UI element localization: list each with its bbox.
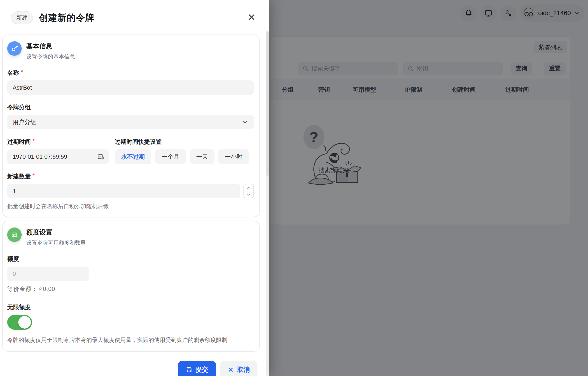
count-hint: 批量创建时会在名称后自动添加随机后缀	[7, 202, 254, 210]
translate-icon: 文 A	[504, 9, 513, 18]
unlimited-quota-toggle[interactable]	[7, 315, 32, 330]
expire-col: 过期时间 * 1970-01-01 07:59:59	[7, 129, 109, 164]
cancel-x-icon	[228, 366, 234, 373]
group-select-value: 用户分组	[13, 118, 36, 126]
th-key: 密钥	[318, 85, 330, 94]
chevron-down-icon	[574, 10, 580, 16]
drawer-title: 创建新的令牌	[39, 11, 94, 24]
basic-info-title: 基本信息	[26, 41, 75, 51]
quick-expire-buttons: 永不过期 一个月 一天 一小时	[115, 149, 254, 164]
basic-info-card: 基本信息 设置令牌的基本信息 名称 * 令牌分组 用户分组	[2, 34, 260, 217]
group-select[interactable]: 用户分组	[7, 115, 254, 129]
count-input[interactable]	[7, 184, 240, 198]
user-menu[interactable]: oidc_21460	[520, 4, 584, 22]
required-marker: *	[32, 138, 34, 144]
username: oidc_21460	[538, 10, 571, 17]
tokens-page: 文 A	[269, 0, 588, 376]
expire-datetime-value: 1970-01-01 07:59:59	[13, 153, 67, 160]
table-toolbar: 紧凑列表	[270, 37, 570, 58]
basic-info-head: 基本信息 设置令牌的基本信息	[7, 41, 254, 60]
required-marker: *	[32, 172, 34, 178]
key-search-field[interactable]	[403, 62, 503, 75]
pinned-column-divider	[547, 79, 547, 225]
empty-state-illustration: ?	[302, 124, 365, 192]
search-icon	[407, 65, 414, 72]
close-icon	[247, 13, 256, 22]
display-mode-button[interactable]	[480, 5, 497, 21]
save-icon	[186, 366, 192, 373]
quota-title: 额度设置	[26, 228, 86, 237]
equiv-value: ✧0.00	[38, 285, 55, 292]
bell-icon	[464, 9, 473, 17]
required-marker: *	[21, 69, 23, 75]
quota-label: 额度	[7, 255, 254, 263]
tokens-table-card: 紧凑列表	[270, 36, 570, 225]
quick-never-expire-button[interactable]: 永不过期	[115, 149, 151, 164]
quick-one-hour-button[interactable]: 一小时	[218, 149, 249, 164]
stepper-up-button[interactable]	[244, 184, 253, 191]
close-button[interactable]	[246, 12, 257, 22]
stepper-down-button[interactable]	[244, 191, 253, 198]
th-expire-time: 过期时间	[505, 85, 529, 94]
submit-button[interactable]: 提交	[178, 361, 216, 376]
quick-one-month-button[interactable]: 一个月	[155, 149, 186, 164]
empty-state-text: 搜索无结果	[302, 166, 365, 175]
quota-card: 额度设置 设置令牌可用额度和数量 额度 等价金额：✧0.00 无限额度 令牌的额…	[2, 221, 260, 352]
table-search-row: 查询 重置	[270, 58, 570, 79]
equiv-label: 等价金额：	[7, 285, 38, 292]
new-badge: 新建	[11, 11, 33, 24]
notifications-button[interactable]	[460, 5, 477, 21]
topbar: 文 A	[269, 0, 588, 26]
search-icon	[302, 65, 309, 72]
quota-note: 令牌的额度仅用于限制令牌本身的最大额度使用量，实际的使用受到账户的剩余额度限制	[7, 336, 253, 345]
quota-head: 额度设置 设置令牌可用额度和数量	[7, 228, 254, 246]
quota-input[interactable]	[7, 267, 89, 281]
th-created-time: 创建时间	[452, 85, 476, 94]
th-group: 分组	[282, 85, 294, 94]
quick-one-day-button[interactable]: 一天	[190, 149, 214, 164]
calendar-clock-icon[interactable]	[97, 153, 104, 160]
group-label: 令牌分组	[7, 103, 254, 111]
chevron-down-icon	[242, 119, 248, 125]
query-button[interactable]: 查询	[511, 63, 532, 75]
name-label: 名称 *	[7, 69, 254, 77]
create-token-drawer: 新建 创建新的令牌	[0, 0, 269, 376]
toggle-knob	[18, 316, 31, 329]
count-stepper	[243, 184, 254, 198]
quick-expire-col: 过期时间快捷设置 永不过期 一个月 一天 一小时	[115, 129, 254, 164]
keyword-search-input[interactable]	[311, 65, 394, 72]
wallet-icon	[7, 228, 22, 242]
count-label: 新建数量 *	[7, 172, 254, 180]
basic-info-subtitle: 设置令牌的基本信息	[26, 53, 75, 60]
expire-row: 过期时间 * 1970-01-01 07:59:59	[7, 129, 254, 164]
th-models: 可用模型	[353, 85, 376, 94]
drawer-header: 新建 创建新的令牌	[0, 0, 269, 34]
name-input[interactable]	[7, 80, 254, 95]
drawer-scrollbar-thumb[interactable]	[266, 31, 269, 176]
screen: 文 A	[0, 0, 588, 376]
keyword-search-field[interactable]	[298, 62, 398, 75]
unlimited-label: 无限额度	[7, 303, 254, 311]
quick-expire-label: 过期时间快捷设置	[115, 138, 254, 146]
key-icon	[7, 41, 22, 56]
cancel-button[interactable]: 取消	[220, 361, 257, 376]
drawer-footer: 提交 取消	[0, 355, 269, 376]
th-ip-limit: IP限制	[405, 85, 422, 94]
table-header-row: 分组 密钥 可用模型 IP限制 创建时间 过期时间	[270, 79, 570, 100]
monitor-icon	[484, 9, 493, 17]
expire-label: 过期时间 *	[7, 138, 109, 146]
compact-list-button[interactable]: 紧凑列表	[534, 41, 567, 53]
drawer-scrollbar	[266, 31, 269, 376]
reset-button[interactable]: 重置	[544, 63, 566, 75]
svg-text:A: A	[509, 13, 512, 17]
svg-text:?: ?	[309, 129, 318, 146]
expire-datetime-input[interactable]: 1970-01-01 07:59:59	[7, 149, 109, 164]
count-row	[7, 184, 254, 198]
language-button[interactable]: 文 A	[500, 5, 516, 21]
key-search-input[interactable]	[416, 65, 499, 72]
quota-subtitle: 设置令牌可用额度和数量	[26, 239, 86, 246]
user-avatar	[522, 7, 535, 19]
equiv-amount: 等价金额：✧0.00	[7, 285, 254, 293]
